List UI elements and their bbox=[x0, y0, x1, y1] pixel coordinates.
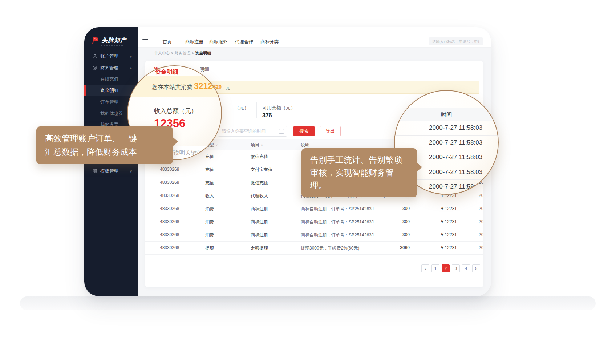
sidebar-group-account[interactable]: 账户管理 ∨ bbox=[84, 51, 138, 61]
finance-icon bbox=[92, 65, 97, 70]
banner-suffix: 元 bbox=[226, 85, 230, 91]
table-row[interactable]: 48330268提现余额提现提现3000元，手续费2%(60元)- 3060¥ … bbox=[145, 241, 483, 255]
hamburger-icon[interactable] bbox=[142, 39, 148, 43]
breadcrumb-current: 资金明细 bbox=[195, 51, 211, 55]
logo[interactable]: 头牌知产 bbox=[91, 36, 126, 45]
pagination-page-2-active[interactable]: 2 bbox=[442, 264, 450, 272]
nav-item-agent[interactable]: 代理合作 bbox=[235, 39, 253, 45]
magnified-banner-prefix: 您在本站共消费 bbox=[152, 84, 192, 91]
callout-bubble-right: 告别手工统计、告别繁琐 审核，实现智能财务管 理。 bbox=[301, 148, 417, 197]
header-project[interactable]: 项目∨ bbox=[251, 142, 263, 148]
sidebar-group-templates[interactable]: 模板管理 ∨ bbox=[84, 166, 138, 176]
sidebar-item-funds-detail[interactable]: 资金明细 bbox=[84, 85, 138, 96]
tab-secondary[interactable]: 明细 bbox=[200, 66, 209, 73]
pagination-page-4[interactable]: 4 bbox=[462, 264, 470, 272]
breadcrumb-section[interactable]: 财务管理 bbox=[175, 51, 191, 55]
magnified-time-row: 2000-7-27 11:58:03 bbox=[395, 121, 498, 136]
sort-caret-icon[interactable]: ∨ bbox=[215, 143, 218, 147]
logo-subtitle-line bbox=[101, 45, 123, 46]
middle-stat-label: （元） bbox=[235, 105, 249, 111]
available-balance-label: 可用余额（元） bbox=[262, 105, 295, 111]
calendar-icon[interactable] bbox=[279, 129, 284, 134]
magnified-consumption-banner: 您在本站共消费 32124 bbox=[128, 76, 221, 97]
logo-flag-icon bbox=[91, 36, 100, 45]
chevron-down-icon: ∨ bbox=[130, 54, 132, 58]
pagination-prev-button[interactable]: ‹ bbox=[421, 264, 429, 272]
available-balance-value: 376 bbox=[262, 112, 272, 119]
magnified-time-header: 时间 bbox=[395, 108, 498, 121]
breadcrumb-home[interactable]: 个人中心 bbox=[154, 51, 170, 55]
callout-bubble-left: 高效管理账户订单、一键 汇总数据，降低财务成本 bbox=[36, 126, 173, 164]
stats-divider bbox=[256, 102, 257, 118]
logo-title: 头牌知产 bbox=[102, 37, 126, 44]
nav-item-category[interactable]: 商标分类 bbox=[260, 39, 279, 45]
table-row[interactable]: 48330268消费商标注册商标自助注册，订单号：SB2514263J- 300… bbox=[145, 202, 483, 215]
pagination: ‹ 1 2 3 4 5 bbox=[421, 264, 480, 272]
magnified-tab-funds-detail: 资金明细 bbox=[155, 68, 178, 76]
marketing-screenshot: { "colors":{"accent_red":"#e23230","oran… bbox=[0, 0, 616, 364]
laptop-base bbox=[20, 296, 596, 310]
top-navbar: 首页 商标注册 商标服务 代理合作 商标分类 bbox=[138, 27, 491, 48]
nav-item-register[interactable]: 商标注册 bbox=[185, 39, 203, 45]
header-desc: 说明 bbox=[301, 142, 309, 148]
pagination-page-3[interactable]: 3 bbox=[452, 264, 460, 272]
pagination-page-5[interactable]: 5 bbox=[472, 264, 480, 272]
chevron-up-icon: ∧ bbox=[130, 66, 132, 70]
template-icon bbox=[92, 169, 97, 174]
magnified-income-label: 收入总额（元） bbox=[154, 107, 197, 115]
sidebar-item-online-recharge[interactable]: 在线充值 bbox=[84, 74, 138, 84]
pagination-page-1[interactable]: 1 bbox=[431, 264, 439, 272]
date-filter-input[interactable] bbox=[218, 126, 287, 137]
table-row[interactable]: 48330268消费商标注册商标自助注册，订单号：SB2514263J- 300… bbox=[145, 215, 483, 228]
breadcrumb: 个人中心 > 财务管理 > 资金明细 bbox=[154, 50, 211, 56]
sort-caret-icon[interactable]: ∨ bbox=[260, 143, 263, 147]
table-row[interactable]: 48330268消费商标注册商标自助注册，订单号：SB2514263J- 300… bbox=[145, 228, 483, 242]
nav-item-home[interactable]: 首页 bbox=[163, 39, 172, 45]
sidebar-group-finance[interactable]: 财务管理 ∧ bbox=[84, 63, 138, 73]
export-button[interactable]: 导出 bbox=[320, 126, 341, 136]
search-button[interactable]: 搜索 bbox=[293, 126, 315, 136]
chevron-down-icon: ∨ bbox=[130, 169, 132, 173]
nav-item-service[interactable]: 商标服务 bbox=[209, 39, 227, 45]
user-icon bbox=[92, 54, 97, 59]
trademark-search-input[interactable] bbox=[429, 37, 483, 45]
